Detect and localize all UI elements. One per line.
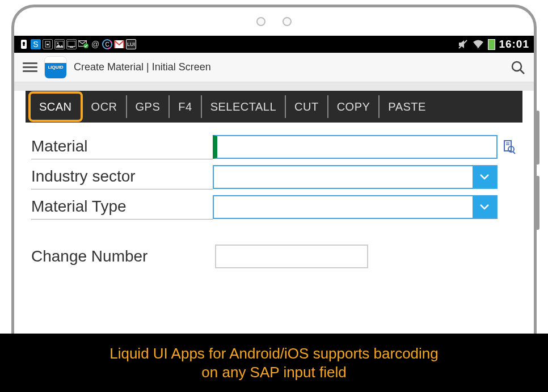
mute-icon bbox=[457, 39, 469, 50]
context-menu-gps[interactable]: GPS bbox=[127, 95, 170, 118]
svg-rect-4 bbox=[47, 44, 49, 45]
industry-sector-dropdown[interactable] bbox=[213, 165, 498, 189]
form-row-material-type: Material Type bbox=[31, 194, 517, 220]
search-button[interactable] bbox=[511, 60, 525, 75]
svg-line-24 bbox=[513, 151, 515, 154]
svg-rect-15 bbox=[114, 40, 115, 48]
app-header: LIQUID Create Material | Initial Screen bbox=[14, 53, 534, 82]
chevron-down-icon bbox=[479, 174, 490, 180]
caption-line-1: Liquid UI Apps for Android/iOS supports … bbox=[109, 345, 439, 363]
wifi-icon: ↑↓ bbox=[472, 39, 484, 49]
form-row-change-number: Change Number bbox=[31, 244, 517, 269]
caption-band: Liquid UI Apps for Android/iOS supports … bbox=[0, 334, 548, 392]
svg-rect-16 bbox=[123, 40, 124, 48]
svg-rect-7 bbox=[68, 41, 75, 47]
keyhole-icon bbox=[19, 39, 29, 49]
context-menu-toolbar: SCAN OCR GPS F4 SELECTALL CUT COPY PASTE bbox=[26, 91, 522, 123]
svg-point-10 bbox=[83, 43, 88, 48]
change-number-label: Change Number bbox=[31, 244, 213, 269]
status-bar-clock: 16:01 bbox=[499, 38, 529, 50]
context-menu-ocr[interactable]: OCR bbox=[83, 95, 127, 118]
material-type-dropdown[interactable] bbox=[213, 195, 498, 219]
at-icon: @ bbox=[90, 39, 100, 49]
liquid-ui-logo-icon: LIQUID bbox=[44, 56, 67, 79]
context-menu-f4[interactable]: F4 bbox=[170, 95, 201, 118]
skype-icon: S bbox=[31, 39, 41, 49]
status-bar-right: ↑↓ 16:01 bbox=[457, 38, 529, 50]
dropdown-arrow-button[interactable] bbox=[473, 196, 496, 218]
sim-icon bbox=[43, 39, 53, 49]
cast-icon bbox=[66, 39, 77, 49]
tablet-camera-row bbox=[14, 7, 534, 36]
circle-c-icon: C bbox=[102, 39, 112, 49]
material-type-value bbox=[214, 196, 473, 218]
spacer-strip bbox=[14, 82, 534, 91]
svg-rect-8 bbox=[70, 47, 73, 48]
camera-dot-icon bbox=[256, 17, 265, 26]
svg-rect-2 bbox=[23, 43, 25, 46]
chevron-down-icon bbox=[479, 204, 490, 210]
svg-line-20 bbox=[520, 70, 524, 74]
form-area: Material Industry sector bbox=[14, 123, 534, 285]
svg-point-19 bbox=[512, 62, 521, 71]
status-bar-left: S @ C LUI bbox=[19, 39, 136, 49]
change-number-input[interactable] bbox=[215, 245, 368, 268]
hamburger-menu-icon[interactable] bbox=[23, 60, 37, 75]
search-icon bbox=[511, 60, 525, 75]
gmail-icon bbox=[114, 39, 124, 49]
document-search-icon bbox=[501, 140, 516, 154]
lui-icon: LUI bbox=[126, 39, 136, 49]
page-title: Create Material | Initial Screen bbox=[74, 61, 211, 73]
mail-check-icon bbox=[78, 39, 88, 49]
context-menu-cut[interactable]: CUT bbox=[286, 95, 328, 118]
material-input[interactable] bbox=[213, 135, 498, 159]
camera-dot-icon bbox=[283, 17, 292, 26]
context-menu-scan[interactable]: SCAN bbox=[28, 91, 83, 122]
svg-point-6 bbox=[57, 43, 59, 44]
context-menu-paste[interactable]: PASTE bbox=[380, 95, 435, 118]
form-row-material: Material bbox=[31, 134, 517, 159]
svg-text:C: C bbox=[105, 41, 109, 48]
android-status-bar: S @ C LUI bbox=[14, 36, 534, 53]
dropdown-arrow-button[interactable] bbox=[473, 166, 496, 188]
industry-sector-label: Industry sector bbox=[31, 164, 213, 189]
search-help-button[interactable] bbox=[500, 138, 517, 155]
form-row-industry-sector: Industry sector bbox=[31, 164, 517, 189]
caption-line-2: on any SAP input field bbox=[201, 364, 346, 381]
battery-icon bbox=[488, 39, 495, 50]
context-menu-selectall[interactable]: SELECTALL bbox=[202, 95, 286, 118]
tablet-frame: S @ C LUI bbox=[11, 5, 537, 334]
picture-icon bbox=[54, 39, 65, 49]
material-type-label: Material Type bbox=[31, 194, 213, 220]
context-menu-copy[interactable]: COPY bbox=[328, 95, 380, 118]
material-label: Material bbox=[31, 134, 213, 159]
industry-sector-value bbox=[214, 166, 473, 188]
svg-text:↑↓: ↑↓ bbox=[477, 46, 480, 49]
